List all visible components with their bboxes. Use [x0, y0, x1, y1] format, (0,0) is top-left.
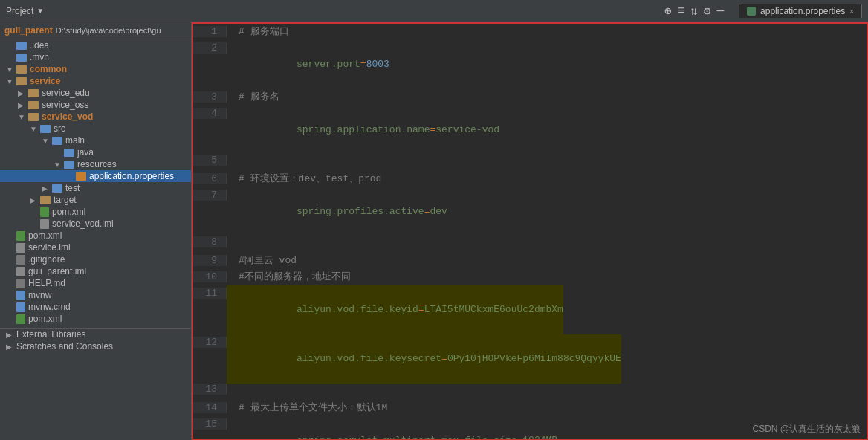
arrow-expand: ▼	[42, 137, 52, 145]
code-line-3: 3 # 服务名	[193, 89, 867, 106]
tree-item[interactable]: ▶ test	[0, 182, 191, 194]
project-menu[interactable]: Project ▼	[6, 6, 44, 16]
tree-item[interactable]: pom.xml	[0, 313, 191, 325]
tree-item[interactable]: .idea	[0, 39, 191, 51]
line-number: 3	[193, 91, 227, 103]
code-line-1: 1 # 服务端口	[193, 24, 867, 40]
scratches-label: Scratches and Consoles	[16, 341, 113, 352]
line-number: 2	[193, 42, 227, 54]
folder-icon	[40, 125, 51, 133]
tree-item[interactable]: ▼ service	[0, 75, 191, 87]
tree-item[interactable]: pom.xml	[0, 206, 191, 218]
tree-item[interactable]: ▶ target	[0, 194, 191, 206]
sidebar-root-label: guli_parent	[4, 25, 53, 36]
arrow-expand: ▼	[54, 161, 64, 169]
line-content: # 服务端口	[227, 24, 289, 40]
tree-item[interactable]: HELP.md	[0, 277, 191, 289]
file-label: pom.xml	[28, 314, 62, 324]
list-icon[interactable]: ≡	[678, 4, 685, 18]
settings-icon[interactable]: ⚙	[704, 4, 711, 19]
tree-item[interactable]: ▼ resources	[0, 158, 191, 170]
tree-item[interactable]: pom.xml	[0, 230, 191, 242]
line-number: 9	[193, 255, 227, 266]
tab-label: application.properties	[760, 6, 845, 16]
tree-item[interactable]: mvnw	[0, 289, 191, 301]
code-line-2: 2 server.port=8003	[193, 40, 867, 89]
sidebar-root-path: D:\study\java\code\project\gu	[56, 26, 161, 35]
code-line-5: 5	[193, 155, 867, 171]
folder-icon	[52, 184, 62, 192]
tree-item[interactable]: ▼ service_vod	[0, 111, 191, 123]
tree-item[interactable]: ▼ src	[0, 123, 191, 135]
tab-close-button[interactable]: ×	[849, 7, 854, 16]
folder-icon	[16, 291, 25, 300]
code-line-11: 11 aliyun.vod.file.keyid=LTAI5tMUCkxmE6o…	[193, 285, 867, 334]
folder-icon	[16, 77, 27, 85]
file-iml-icon	[40, 219, 49, 229]
arrow-collapse: ▶	[18, 101, 28, 109]
watermark: CSDN @认真生活的灰太狼	[752, 423, 861, 436]
new-icon[interactable]: ⊕	[664, 4, 672, 19]
code-line-4: 4 spring.application.name=service-vod	[193, 106, 867, 155]
code-line-12: 12 aliyun.vod.file.keysecret=0Py10jHOPVk…	[193, 334, 867, 384]
file-xml-icon	[16, 314, 25, 324]
line-content: # 环境设置：dev、test、prod	[227, 171, 381, 187]
toolbar-icons: ⊕ ≡ ⇅ ⚙ —	[664, 4, 724, 19]
tree-item[interactable]: java	[0, 146, 191, 158]
code-line-9: 9 #阿里云 vod	[193, 253, 867, 269]
tree-item-selected[interactable]: application.properties	[0, 170, 191, 182]
line-content: spring.servlet.multipart.max-file-size=1…	[227, 416, 557, 440]
folder-icon	[16, 302, 25, 312]
external-libraries-item[interactable]: ▶ External Libraries	[0, 329, 191, 340]
tree-item[interactable]: service_vod.iml	[0, 218, 191, 230]
tree-item[interactable]: ▶ service_oss	[0, 99, 191, 111]
line-number: 14	[193, 402, 227, 413]
tree-item[interactable]: ▶ service_edu	[0, 87, 191, 99]
arrow-collapse: ▶	[42, 184, 52, 192]
line-number: 6	[193, 173, 227, 184]
line-content: #不同的服务器，地址不同	[227, 269, 351, 285]
top-bar: Project ▼ ⊕ ≡ ⇅ ⚙ — application.properti…	[0, 0, 868, 22]
line-number: 8	[193, 236, 227, 248]
code-line-7: 7 spring.profiles.active=dev	[193, 187, 867, 236]
tree-item[interactable]: guli_parent.iml	[0, 265, 191, 277]
arrow-collapse: ▶	[18, 89, 28, 97]
file-xml-icon	[40, 207, 49, 217]
tree-item[interactable]: ▼ common	[0, 63, 191, 75]
sort-icon[interactable]: ⇅	[690, 4, 698, 19]
file-label: service_vod.iml	[52, 219, 114, 229]
editor-area: 1 # 服务端口 2 server.port=8003 3 # 服务名 4 sp…	[192, 22, 868, 440]
tree-item[interactable]: ▼ main	[0, 135, 191, 146]
file-label: .gitignore	[28, 254, 65, 265]
code-line-13: 13	[193, 384, 867, 400]
minimize-icon[interactable]: —	[716, 4, 724, 18]
folder-icon	[28, 89, 39, 97]
arrow-collapse: ▶	[6, 343, 16, 351]
folder-icon	[52, 137, 62, 145]
tree-item[interactable]: .gitignore	[0, 253, 191, 265]
active-tab[interactable]: application.properties ×	[739, 4, 862, 18]
tree-item[interactable]: mvnw.cmd	[0, 301, 191, 313]
line-number: 13	[193, 384, 227, 395]
file-xml-icon	[16, 231, 25, 241]
code-line-6: 6 # 环境设置：dev、test、prod	[193, 171, 867, 187]
line-number: 12	[193, 337, 227, 348]
tree-item[interactable]: service.iml	[0, 242, 191, 253]
file-label: pom.xml	[28, 230, 62, 241]
arrow-expand: ▼	[30, 125, 40, 133]
file-label: HELP.md	[28, 278, 65, 288]
arrow-expand: ▼	[6, 65, 16, 74]
scratches-item[interactable]: ▶ Scratches and Consoles	[0, 340, 191, 352]
tab-file-icon	[747, 7, 756, 16]
code-line-10: 10 #不同的服务器，地址不同	[193, 269, 867, 285]
tree-item[interactable]: .mvn	[0, 51, 191, 63]
file-gitignore-icon	[16, 255, 25, 265]
file-label: guli_parent.iml	[28, 266, 86, 276]
line-number: 5	[193, 155, 227, 166]
file-label: pom.xml	[52, 207, 85, 217]
tab-bar: application.properties ×	[739, 4, 862, 18]
file-props-icon	[76, 172, 86, 181]
folder-icon	[16, 65, 27, 74]
file-iml-icon	[16, 267, 25, 276]
file-iml-icon	[16, 243, 25, 253]
